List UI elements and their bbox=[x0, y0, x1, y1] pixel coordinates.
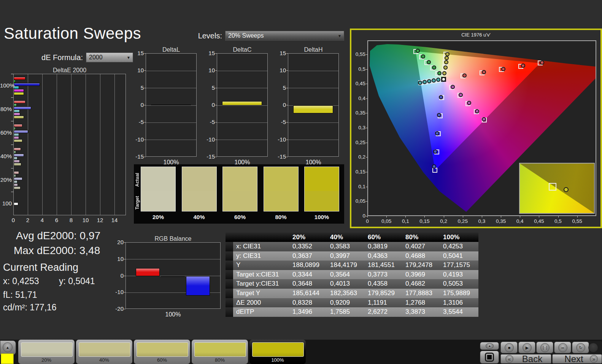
cie-y-tick: 0,05 bbox=[351, 198, 365, 204]
cell-value: 0,4358 bbox=[365, 279, 403, 289]
range-icon: [··] bbox=[540, 343, 550, 352]
dL-plot bbox=[146, 53, 197, 157]
pattern-tile-80%[interactable]: 80% bbox=[192, 340, 248, 364]
axis-tick bbox=[11, 192, 13, 192]
row-gutter bbox=[226, 270, 233, 280]
refresh-icon: ↻ bbox=[576, 343, 585, 352]
axis-tick bbox=[286, 88, 288, 88]
row-label: Target y:CIE31 bbox=[233, 279, 290, 289]
table-row: dEITP1,34961,75852,62723,38733,5544 bbox=[226, 307, 482, 317]
reading-cdm2: cd/m²: 177,16 bbox=[3, 302, 57, 313]
cie-y-tick: 0,1 bbox=[351, 184, 365, 189]
tile-label: 60% bbox=[134, 357, 190, 363]
range-button[interactable]: [··] bbox=[536, 342, 553, 353]
active-pattern-swatch bbox=[1, 353, 14, 364]
cie-target-square bbox=[432, 168, 437, 173]
scroll-up-button[interactable]: ▲ bbox=[480, 342, 499, 350]
axis-tick bbox=[366, 201, 367, 202]
deltac-chart: DeltaC 151050-5-10-15100% bbox=[200, 46, 272, 168]
actual-color bbox=[141, 167, 175, 191]
axis-tick bbox=[286, 53, 288, 54]
row-gutter bbox=[226, 298, 233, 308]
de-formula-dropdown[interactable]: 2000 ▼ bbox=[86, 52, 133, 62]
deltae-bar bbox=[14, 160, 20, 163]
cie-measured-point bbox=[437, 113, 441, 117]
cell-value: 1,1191 bbox=[365, 298, 403, 308]
bottom-bar: ▲20%40%60%80%100%▲■▶[··]∞↻«BackNext» bbox=[0, 340, 602, 364]
deltae-bar bbox=[14, 133, 19, 136]
y-tick-label: -5 bbox=[200, 119, 215, 125]
deltae-bar bbox=[14, 89, 24, 92]
pattern-tile-60%[interactable]: 60% bbox=[134, 340, 190, 364]
tile-swatch bbox=[21, 342, 73, 357]
deltae-bar bbox=[14, 130, 28, 133]
deltae-bar bbox=[14, 163, 21, 166]
cie-y-tick: 0,25 bbox=[351, 140, 365, 145]
gridline bbox=[146, 122, 196, 123]
y-tick-label: -15 bbox=[200, 153, 215, 160]
pattern-tile-40%[interactable]: 40% bbox=[76, 340, 132, 364]
deltae-bar bbox=[14, 154, 24, 157]
axis-tick bbox=[124, 259, 125, 259]
gridline bbox=[288, 122, 338, 123]
pattern-scroll-up-button[interactable]: ▲ bbox=[0, 340, 16, 355]
stop-pattern-button[interactable] bbox=[480, 351, 499, 364]
column-header: 20% bbox=[290, 232, 328, 242]
loop-button[interactable]: ∞ bbox=[554, 342, 571, 353]
category-label: 100% bbox=[125, 311, 221, 318]
gridline bbox=[100, 74, 100, 215]
swatch-label: 20% bbox=[141, 214, 176, 220]
page-title: Saturation Sweeps bbox=[4, 24, 141, 43]
refresh-button[interactable]: ↻ bbox=[572, 342, 589, 353]
cell-value: 0,4193 bbox=[441, 270, 478, 280]
swatch-label: 40% bbox=[182, 214, 217, 220]
axis-tick bbox=[286, 140, 288, 140]
record-disabled-icon bbox=[588, 343, 598, 353]
pattern-tile-20%[interactable]: 20% bbox=[18, 340, 75, 364]
pattern-tile-100%[interactable]: 100% bbox=[249, 340, 306, 364]
tile-swatch bbox=[137, 342, 188, 357]
cell-value: 1,7585 bbox=[328, 307, 365, 317]
back-label: Back bbox=[513, 354, 551, 364]
cell-value: 3,5544 bbox=[441, 307, 478, 317]
stop-button[interactable]: ■ bbox=[500, 342, 518, 353]
axis-tick bbox=[444, 216, 444, 218]
row-label: y: CIE31 bbox=[233, 251, 290, 261]
table-row: y: CIE310,36370,39970,43630,46880,5041 bbox=[226, 251, 482, 261]
axis-tick bbox=[577, 216, 578, 218]
back-button[interactable]: «Back bbox=[500, 354, 551, 364]
cie-measured-point bbox=[451, 85, 455, 89]
cie-title: CIE 1976 u'v' bbox=[351, 32, 600, 38]
swatch-label: 100% bbox=[304, 214, 339, 220]
axis-tick bbox=[558, 216, 559, 218]
cie-measured-point bbox=[432, 164, 436, 168]
row-gutter bbox=[226, 251, 233, 261]
deltae-bar bbox=[14, 86, 19, 89]
axis-tick bbox=[539, 216, 539, 218]
cie-zoom-inset bbox=[519, 163, 595, 214]
stop-icon: ■ bbox=[505, 343, 514, 352]
dH-plot bbox=[288, 53, 339, 157]
axis-tick bbox=[366, 69, 367, 70]
cie-x-tick: 0,1 bbox=[396, 218, 415, 224]
axis-tick bbox=[215, 70, 217, 71]
axis-tick bbox=[501, 216, 501, 218]
cell-value: 0,4682 bbox=[403, 279, 441, 289]
play-icon: ▶ bbox=[523, 343, 532, 352]
axis-tick bbox=[144, 122, 146, 122]
actual-target-swatch-panel: ActualTarget20%40%60%80%100% bbox=[134, 164, 344, 224]
levels-dropdown[interactable]: 20% Sweeps ▼ bbox=[225, 31, 344, 41]
gridline bbox=[71, 74, 71, 215]
gridline bbox=[114, 74, 115, 215]
cell-value: 0,5053 bbox=[441, 279, 478, 289]
cie-measured-point bbox=[442, 77, 446, 81]
play-button[interactable]: ▶ bbox=[518, 342, 535, 353]
chart-title: DeltaH bbox=[288, 46, 339, 53]
current-reading-heading: Current Reading bbox=[3, 262, 78, 273]
axis-tick bbox=[520, 216, 520, 218]
next-button[interactable]: Next» bbox=[552, 354, 602, 364]
axis-tick bbox=[215, 88, 217, 88]
gridline bbox=[28, 74, 28, 215]
row-gutter bbox=[226, 279, 233, 289]
deltae-bar bbox=[14, 157, 17, 160]
